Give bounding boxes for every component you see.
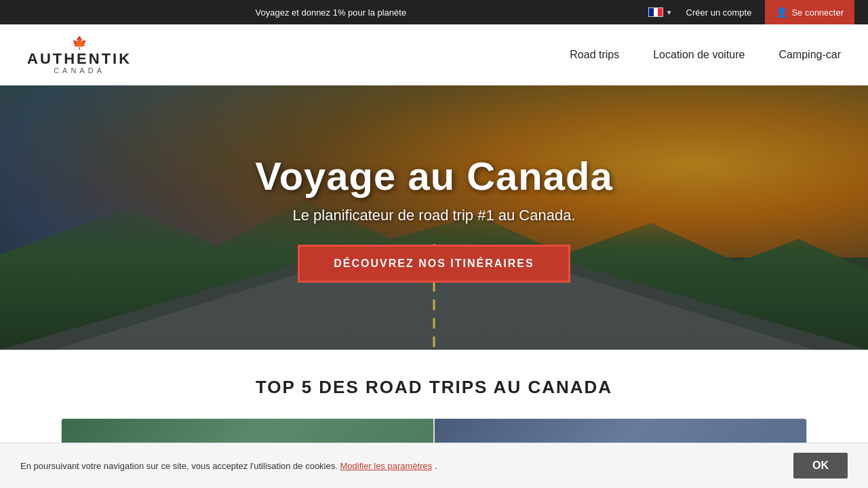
cookie-settings-link[interactable]: Modifier les paramètres <box>340 461 432 471</box>
top-banner: Voyagez et donnez 1% pour la planète ▼ C… <box>0 0 868 24</box>
logo-text-canada: CANADA <box>54 66 105 75</box>
logo-text-authentik: AUTHENTIK <box>27 52 132 66</box>
promo-text: Voyagez et donnez 1% pour la planète <box>14 7 648 18</box>
nav-road-trips[interactable]: Road trips <box>570 49 619 61</box>
cookie-banner: En poursuivant votre navigation sur ce s… <box>0 443 868 486</box>
header: 🍁 AUTHENTIK CANADA Road trips Location d… <box>0 24 868 85</box>
login-label: Se connecter <box>791 7 844 18</box>
login-button[interactable]: 👤 Se connecter <box>765 0 854 24</box>
cta-button[interactable]: DÉCOUVREZ NOS ITINÉRAIRES <box>298 245 570 283</box>
hero-section: Voyage au Canada Le planificateur de roa… <box>0 85 868 350</box>
top-banner-right: ▼ Créer un compte 👤 Se connecter <box>648 0 854 24</box>
main-nav: Road trips Location de voiture Camping-c… <box>570 49 841 61</box>
create-account-link[interactable]: Créer un compte <box>686 7 752 18</box>
top5-title: TOP 5 DES ROAD TRIPS AU CANADA <box>14 377 854 398</box>
hero-title: Voyage au Canada <box>255 153 612 199</box>
hero-subtitle: Le planificateur de road trip #1 au Cana… <box>255 207 612 224</box>
cookie-ok-button[interactable]: OK <box>793 453 848 479</box>
cookie-message: En poursuivant votre navigation sur ce s… <box>20 461 338 471</box>
cookie-period: . <box>435 461 437 471</box>
hero-content: Voyage au Canada Le planificateur de roa… <box>255 153 612 283</box>
user-icon: 👤 <box>776 7 787 18</box>
nav-camping-car[interactable]: Camping-car <box>778 49 841 61</box>
maple-icon: 🍁 <box>72 35 87 50</box>
logo[interactable]: 🍁 AUTHENTIK CANADA <box>27 35 132 75</box>
nav-location-voiture[interactable]: Location de voiture <box>653 49 745 61</box>
cookie-text: En poursuivant votre navigation sur ce s… <box>20 461 437 471</box>
flag-icon <box>648 7 663 17</box>
chevron-down-icon: ▼ <box>666 9 673 16</box>
language-selector[interactable]: ▼ <box>648 7 673 17</box>
